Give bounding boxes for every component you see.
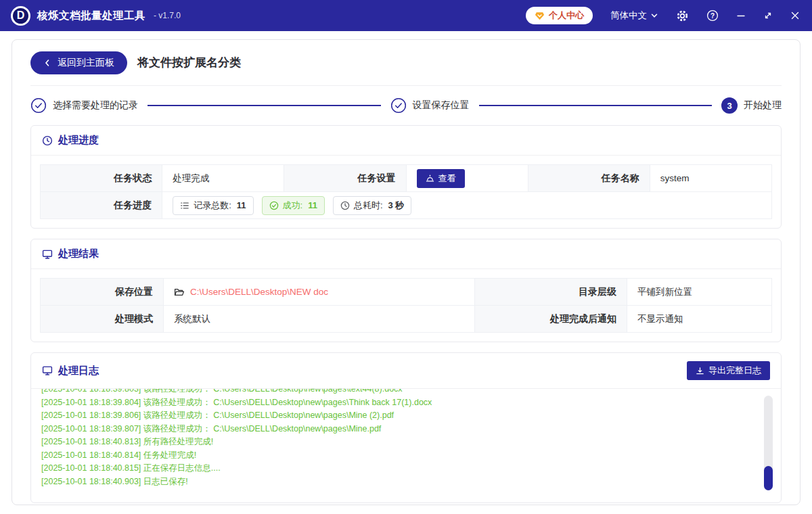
save-location-cell: C:\Users\DELL\Desktop\NEW doc — [164, 279, 475, 306]
chip-value: 11 — [237, 200, 246, 210]
app-title: 核烁文档批量处理工具 — [37, 9, 145, 23]
chevron-down-icon — [650, 11, 658, 20]
titlebar: D 核烁文档批量处理工具 - v1.7.0 个人中心 简体中文 ? — [0, 0, 812, 31]
log-card-title: 处理日志 — [42, 365, 99, 377]
page-title: 将文件按扩展名分类 — [137, 55, 241, 70]
progress-card-body: 任务状态 处理完成 任务设置 查看 任务名称 system 任务进度 — [31, 156, 781, 228]
process-mode-label: 处理模式 — [41, 306, 164, 333]
step-label: 开始处理 — [744, 99, 782, 112]
log-line: [2025-10-01 18:18:40.814] 任务处理完成! — [41, 449, 740, 463]
close-icon — [790, 11, 800, 20]
progress-title-text: 处理进度 — [58, 134, 99, 147]
elapsed-time-chip: 总耗时: 3 秒 — [333, 196, 411, 215]
back-button-label: 返回到主面板 — [58, 57, 114, 69]
log-title-text: 处理日志 — [58, 365, 99, 377]
log-viewport[interactable]: [2025-10-01 18:18:39.803] 该路径处理成功： C:\Us… — [31, 389, 781, 503]
folder-icon — [174, 287, 185, 298]
download-icon — [696, 367, 704, 375]
list-icon — [180, 201, 189, 210]
log-line: [2025-10-01 18:18:40.815] 正在保存日志信息.... — [41, 462, 740, 475]
minimize-button[interactable] — [736, 11, 746, 20]
task-name-value: system — [650, 165, 772, 192]
chip-label: 成功: — [283, 200, 303, 212]
stepper: 选择需要处理的记录 设置保存位置 3 开始处理 — [30, 86, 782, 125]
result-table: 保存位置 C:\Users\DELL\Desktop\NEW doc 目录层级 … — [40, 278, 772, 333]
notify-label: 处理完成后通知 — [475, 306, 627, 333]
page-header: 返回到主面板 将文件按扩展名分类 — [30, 40, 782, 86]
log-card-header: 处理日志 导出完整日志 — [31, 353, 781, 389]
log-line: [2025-10-01 18:18:40.903] 日志已保存! — [41, 475, 740, 489]
process-mode-value: 系统默认 — [164, 306, 475, 333]
close-button[interactable] — [790, 11, 800, 20]
log-scrollbar-track[interactable] — [764, 396, 773, 490]
step-check-icon — [390, 97, 407, 114]
export-log-label: 导出完整日志 — [708, 365, 761, 377]
log-line: [2025-10-01 18:18:39.807] 该路径处理成功： C:\Us… — [41, 423, 740, 436]
save-location-label: 保存位置 — [41, 279, 164, 306]
language-selector[interactable]: 简体中文 — [610, 9, 658, 22]
result-card-title: 处理结果 — [42, 248, 99, 260]
view-button-label: 查看 — [438, 172, 456, 185]
progress-table: 任务状态 处理完成 任务设置 查看 任务名称 system 任务进度 — [40, 164, 772, 219]
main-content: 返回到主面板 将文件按扩展名分类 选择需要处理的记录 设置保存位置 3 开始处理 — [12, 39, 800, 505]
result-card-header: 处理结果 — [31, 239, 781, 269]
step-select-records: 选择需要处理的记录 — [30, 97, 138, 114]
progress-card-title: 处理进度 — [42, 134, 99, 147]
monitor-icon — [42, 365, 53, 376]
total-records-chip: 记录总数: 11 — [173, 196, 253, 215]
dir-level-label: 目录层级 — [475, 279, 627, 306]
log-card: 处理日志 导出完整日志 [2025-10-01 18:18:39.803] 该路… — [30, 352, 782, 503]
help-button[interactable]: ? — [706, 9, 719, 22]
settings-button[interactable] — [676, 9, 689, 22]
task-settings-label: 任务设置 — [284, 165, 406, 192]
log-line: [2025-10-01 18:18:39.803] 该路径处理成功： C:\Us… — [41, 389, 740, 396]
log-scrollbar-thumb[interactable] — [764, 466, 773, 490]
step-connector — [479, 105, 713, 106]
export-log-button[interactable]: 导出完整日志 — [687, 361, 770, 380]
log-line: [2025-10-01 18:18:39.806] 该路径处理成功： C:\Us… — [41, 409, 740, 423]
help-icon: ? — [706, 9, 719, 22]
chip-value: 3 秒 — [388, 200, 405, 212]
svg-text:?: ? — [710, 12, 715, 20]
task-name-label: 任务名称 — [528, 165, 650, 192]
minimize-icon — [736, 11, 746, 20]
log-line: [2025-10-01 18:18:40.813] 所有路径处理完成! — [41, 436, 740, 449]
result-card-body: 保存位置 C:\Users\DELL\Desktop\NEW doc 目录层级 … — [31, 269, 781, 342]
chip-label: 总耗时: — [354, 200, 383, 212]
result-card: 处理结果 保存位置 C:\Users\DELL\Desktop\NEW doc … — [30, 239, 782, 342]
view-settings-button[interactable]: 查看 — [417, 169, 465, 188]
progress-card-header: 处理进度 — [31, 126, 781, 156]
app-logo: D — [11, 6, 30, 26]
save-location-path: C:\Users\DELL\Desktop\NEW doc — [190, 287, 328, 297]
view-icon — [426, 174, 434, 183]
log-line: [2025-10-01 18:18:39.804] 该路径处理成功： C:\Us… — [41, 396, 740, 410]
result-title-text: 处理结果 — [58, 248, 99, 260]
user-center-button[interactable]: 个人中心 — [526, 7, 593, 24]
step-save-location: 设置保存位置 — [390, 97, 470, 114]
task-progress-label: 任务进度 — [41, 192, 162, 219]
language-label: 简体中文 — [610, 9, 647, 22]
step-label: 设置保存位置 — [413, 99, 470, 112]
vip-badge-icon — [535, 11, 545, 21]
step-check-icon — [30, 97, 47, 114]
titlebar-left: D 核烁文档批量处理工具 - v1.7.0 — [11, 6, 181, 26]
check-circle-icon — [269, 201, 279, 210]
step-connector — [148, 105, 381, 106]
chip-label: 记录总数: — [194, 200, 231, 212]
monitor-icon — [42, 249, 53, 260]
app-window: D 核烁文档批量处理工具 - v1.7.0 个人中心 简体中文 ? — [0, 0, 812, 514]
clock-icon — [340, 201, 350, 210]
save-location-link[interactable]: C:\Users\DELL\Desktop\NEW doc — [174, 287, 328, 298]
task-progress-cell: 记录总数: 11 成功: 11 总耗时: 3 秒 — [162, 192, 772, 219]
titlebar-right: 个人中心 简体中文 ? — [526, 7, 800, 24]
back-to-dashboard-button[interactable]: 返回到主面板 — [30, 51, 127, 74]
app-version: - v1.7.0 — [154, 11, 181, 20]
fullscreen-button[interactable] — [763, 11, 773, 20]
success-count-chip: 成功: 11 — [262, 196, 325, 215]
task-status-value: 处理完成 — [162, 165, 284, 192]
step-number-badge: 3 — [721, 97, 738, 114]
chip-value: 11 — [308, 200, 317, 210]
notify-value: 不显示通知 — [627, 306, 772, 333]
step-start-processing: 3 开始处理 — [721, 97, 782, 114]
clock-icon — [42, 135, 53, 146]
